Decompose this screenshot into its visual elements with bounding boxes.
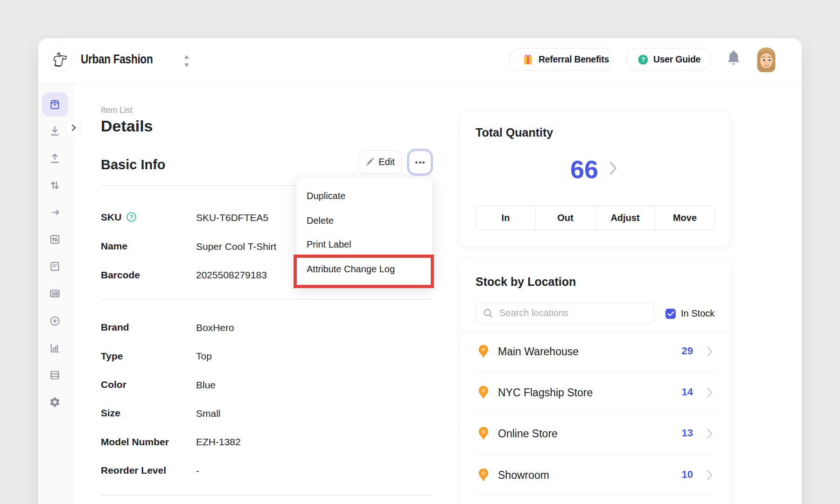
svg-text:?: ?: [130, 214, 133, 221]
svg-text:?: ?: [641, 56, 645, 63]
